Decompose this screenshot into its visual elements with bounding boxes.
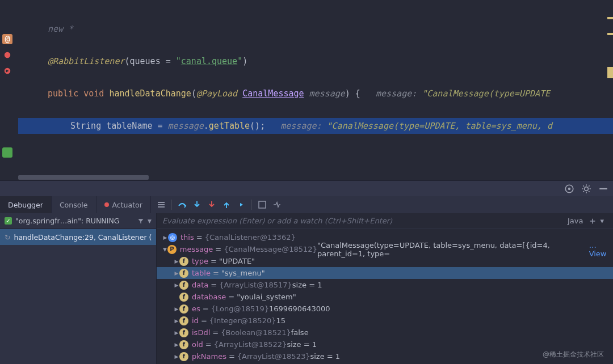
- var-name: this: [180, 233, 194, 242]
- warning-marker[interactable]: [607, 67, 613, 78]
- var-object: {Boolean@18521}: [221, 328, 291, 337]
- run-to-cursor-icon[interactable]: [237, 200, 246, 209]
- variable-row[interactable]: ▶fold={ArrayList@18522} size = 1: [157, 338, 613, 350]
- inlay-hint: "CanalMessage(type=UPDATE, table=sys_men…: [327, 121, 552, 131]
- evaluate-icon[interactable]: [258, 200, 267, 209]
- var-value: "UPDATE": [219, 257, 255, 265]
- frame-label: handleDataChange:29, CanalListener (co: [14, 233, 152, 242]
- step-over-icon[interactable]: [178, 200, 187, 209]
- debug-step-icons: [151, 196, 287, 213]
- editor-scrollbar[interactable]: [0, 175, 613, 180]
- trace-icon[interactable]: [272, 200, 282, 209]
- variable-row[interactable]: ▶fdata={ArrayList@18517} size = 1: [157, 279, 613, 291]
- field-icon: f: [179, 293, 188, 302]
- var-name: pkNames: [192, 352, 226, 361]
- var-value: size = 1: [292, 281, 322, 289]
- add-watch-icon[interactable]: [589, 217, 597, 225]
- equals: =: [208, 281, 219, 289]
- view-link[interactable]: … View: [589, 241, 613, 258]
- filter-icon[interactable]: [137, 218, 144, 225]
- chevron-right-icon[interactable]: ▶: [174, 354, 179, 359]
- var-value: "CanalMessage(type=UPDATE, table=sys_men…: [317, 241, 589, 258]
- actuator-icon: [104, 202, 109, 207]
- var-name: old: [192, 340, 203, 349]
- code-method: getTable: [209, 121, 250, 131]
- code-annotation: @PayLoad: [196, 88, 237, 99]
- debug-body: ✓ "org.springfr…ain": RUNNING ▼ ↻ handle…: [0, 213, 613, 364]
- tab-actuator[interactable]: Actuator: [96, 196, 151, 213]
- code-text: new *: [48, 24, 73, 34]
- var-name: es: [192, 304, 200, 313]
- evaluate-bar[interactable]: Evaluate expression (Enter) or add a wat…: [157, 213, 613, 229]
- target-icon: ◎: [168, 233, 177, 242]
- breakpoint-icon[interactable]: [2, 50, 12, 60]
- scrollbar-thumb[interactable]: [18, 175, 149, 180]
- var-name: type: [192, 257, 208, 265]
- tab-console[interactable]: Console: [52, 196, 96, 213]
- chevron-down-icon[interactable]: ▼: [162, 247, 167, 252]
- variable-row[interactable]: ▶fid={Integer@18520} 15: [157, 315, 613, 327]
- code-content[interactable]: new * @RabbitListener(queues = "canal.qu…: [18, 0, 613, 175]
- var-name: database: [192, 293, 226, 301]
- variable-row[interactable]: ▼Pmessage={CanalMessage@18512} "CanalMes…: [157, 243, 613, 255]
- chevron-down-icon[interactable]: ▼: [148, 218, 152, 224]
- var-value: "sys_menu": [221, 269, 265, 277]
- toolwin-header: [0, 180, 613, 196]
- minimize-icon[interactable]: [598, 184, 608, 194]
- step-out-icon[interactable]: [222, 200, 231, 209]
- step-into-icon[interactable]: [192, 200, 201, 209]
- stack-frame[interactable]: ↻ handleDataChange:29, CanalListener (co: [0, 229, 156, 245]
- chevron-down-icon[interactable]: ▾: [597, 217, 607, 225]
- equals: =: [210, 328, 221, 337]
- code-annotation: @RabbitListener: [48, 56, 124, 66]
- evaluate-input[interactable]: Evaluate expression (Enter) or add a wat…: [162, 217, 562, 225]
- code-text: ();: [250, 121, 280, 131]
- variable-row[interactable]: ▶fisDdl={Boolean@18521} false: [157, 327, 613, 338]
- var-name: table: [192, 269, 211, 277]
- code-text: (queues =: [124, 56, 175, 66]
- evaluate-lang[interactable]: Java: [562, 217, 589, 225]
- var-name: message: [180, 245, 213, 253]
- equals: =: [200, 304, 211, 313]
- variables-tree[interactable]: ▶◎this={CanalListener@13362}▼Pmessage={C…: [157, 229, 613, 364]
- code-text: ) {: [345, 88, 376, 99]
- code-editor[interactable]: @ new * @RabbitListener(queues = "canal.…: [0, 0, 613, 175]
- inlay-hint: message:: [280, 121, 326, 131]
- chevron-right-icon[interactable]: ▶: [174, 306, 179, 312]
- frames-icon[interactable]: [157, 200, 166, 209]
- force-step-into-icon[interactable]: [207, 200, 216, 209]
- svg-point-5: [585, 187, 589, 191]
- current-line-icon: [2, 66, 12, 76]
- tab-debugger[interactable]: Debugger: [0, 196, 52, 213]
- chevron-right-icon[interactable]: ▶: [174, 282, 179, 288]
- target-icon[interactable]: [564, 184, 574, 194]
- gear-icon[interactable]: [581, 184, 591, 194]
- warning-marker[interactable]: [607, 17, 613, 19]
- var-object: {Integer@18520}: [209, 316, 276, 325]
- variable-row[interactable]: ▶fes={Long@18519} 1699690643000: [157, 303, 613, 315]
- var-value: 1699690643000: [269, 304, 330, 313]
- chevron-right-icon[interactable]: ▶: [174, 342, 179, 348]
- chevron-right-icon[interactable]: ▶: [174, 330, 179, 336]
- at-icon: @: [2, 34, 12, 44]
- chevron-right-icon[interactable]: ▶: [174, 318, 179, 324]
- thread-selector[interactable]: ✓ "org.springfr…ain": RUNNING ▼: [0, 213, 156, 229]
- variable-row[interactable]: fdatabase= "youlai_system": [157, 291, 613, 303]
- error-stripe[interactable]: [607, 0, 613, 175]
- chevron-right-icon[interactable]: ▶: [174, 259, 179, 264]
- code-method: handleDataChange: [109, 88, 191, 99]
- svg-rect-2: [5, 150, 10, 155]
- thread-label: "org.springfr…ain": RUNNING: [15, 217, 134, 225]
- var-value: false: [291, 328, 309, 337]
- chevron-right-icon[interactable]: ▶: [174, 270, 179, 276]
- inlay-hint: "CanalMessage(type=UPDATE: [422, 88, 550, 99]
- field-icon: f: [179, 304, 188, 314]
- equals: =: [208, 257, 219, 265]
- svg-rect-8: [158, 204, 165, 205]
- equals: =: [199, 316, 209, 325]
- warning-marker[interactable]: [607, 33, 613, 35]
- var-value: size = 1: [287, 340, 317, 349]
- chevron-right-icon[interactable]: ▶: [162, 235, 168, 240]
- variable-row[interactable]: ▶ftable= "sys_menu": [157, 267, 613, 279]
- method-marker-icon: [2, 147, 12, 158]
